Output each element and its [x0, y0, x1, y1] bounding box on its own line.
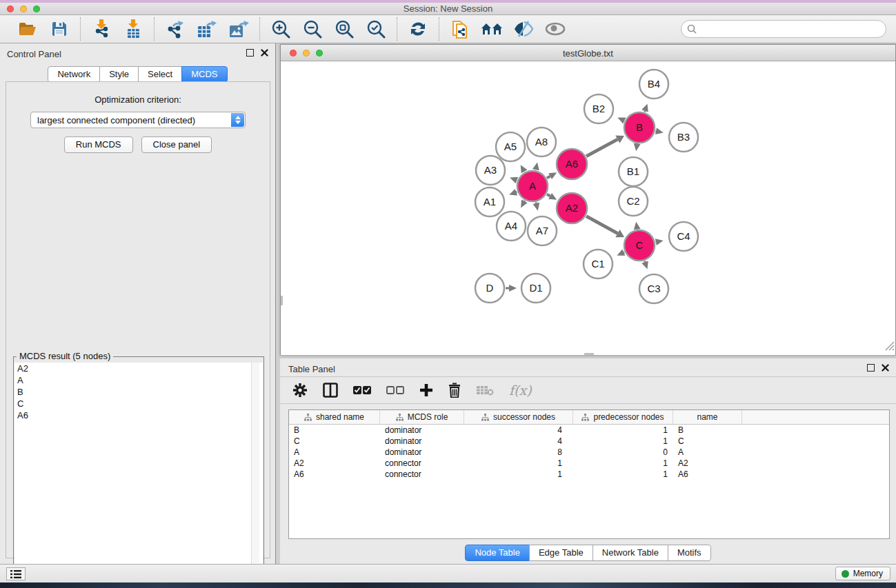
tab-network-table[interactable]: Network Table: [593, 545, 668, 561]
tab-style[interactable]: Style: [99, 66, 139, 83]
table-cell[interactable]: 8: [464, 447, 573, 458]
column-header-name[interactable]: name: [673, 410, 742, 424]
network-graph[interactable]: B4B2BB3A5A8A6A3B1AA1C2A2A4A7C4CC1C3DD1: [281, 61, 895, 355]
result-item[interactable]: B: [14, 386, 263, 398]
result-item[interactable]: C: [14, 398, 263, 409]
table-cell[interactable]: 1: [573, 425, 673, 436]
table-cell[interactable]: 4: [464, 425, 573, 436]
node-B4[interactable]: B4: [639, 70, 668, 99]
export-image-icon[interactable]: [228, 18, 250, 40]
result-item[interactable]: A6: [14, 409, 263, 421]
table-cell[interactable]: 1: [573, 458, 673, 469]
table-cell[interactable]: connector: [380, 458, 464, 469]
tab-select[interactable]: Select: [138, 66, 182, 83]
node-C1[interactable]: C1: [584, 250, 613, 278]
table-cell[interactable]: A2: [289, 458, 380, 469]
table-cell[interactable]: B: [673, 425, 742, 436]
node-A6[interactable]: A6: [557, 149, 587, 179]
zoom-selected-icon[interactable]: [365, 18, 387, 40]
tab-mcds[interactable]: MCDS: [181, 66, 227, 83]
table-cell[interactable]: A: [673, 447, 742, 458]
table-cell[interactable]: C: [673, 436, 742, 447]
node-A3[interactable]: A3: [476, 156, 505, 185]
tab-edge-table[interactable]: Edge Table: [529, 545, 593, 561]
tab-network[interactable]: Network: [48, 66, 100, 83]
float-panel-icon[interactable]: [246, 49, 254, 57]
first-neighbors-icon[interactable]: [481, 18, 503, 40]
import-network-icon[interactable]: [90, 18, 112, 40]
node-C[interactable]: C: [624, 230, 655, 261]
node-B[interactable]: B: [624, 112, 655, 143]
result-item[interactable]: A: [14, 374, 263, 386]
export-network-icon[interactable]: [164, 18, 186, 40]
zoom-fit-icon[interactable]: [333, 18, 355, 40]
node-D1[interactable]: D1: [521, 274, 550, 303]
column-view-icon[interactable]: [323, 383, 338, 398]
zoom-in-icon[interactable]: [270, 18, 292, 40]
resize-grip-icon[interactable]: [884, 340, 895, 354]
tab-motifs[interactable]: Motifs: [668, 545, 711, 561]
vertical-scroll-stub[interactable]: [281, 296, 283, 305]
criterion-dropdown[interactable]: largest connected component (directed): [30, 112, 246, 128]
node-A7[interactable]: A7: [528, 216, 557, 245]
horizontal-scroll-stub[interactable]: [584, 353, 594, 355]
table-cell[interactable]: 0: [573, 447, 673, 458]
table-cell[interactable]: 1: [464, 469, 573, 480]
table-row[interactable]: A2connector11A2: [289, 458, 889, 469]
show-hide-details-icon[interactable]: [512, 18, 535, 40]
table-cell[interactable]: 1: [573, 469, 673, 480]
table-cell[interactable]: dominator: [380, 436, 464, 447]
table-cell[interactable]: C: [289, 436, 380, 447]
table-cell[interactable]: B: [289, 425, 380, 436]
table-row[interactable]: Bdominator41B: [289, 425, 889, 436]
edge-A2-C[interactable]: [586, 216, 617, 234]
close-panel-button[interactable]: Close panel: [141, 136, 212, 153]
node-A2[interactable]: A2: [557, 193, 587, 223]
node-C2[interactable]: C2: [619, 187, 648, 216]
column-header-predecessor-nodes[interactable]: predecessor nodes: [573, 410, 673, 424]
node-A[interactable]: A: [517, 171, 548, 201]
select-all-icon[interactable]: [353, 385, 371, 395]
new-network-from-selection-icon[interactable]: [449, 18, 471, 40]
table-cell[interactable]: A2: [673, 458, 742, 469]
table-cell[interactable]: A6: [673, 469, 742, 480]
delete-column-icon[interactable]: [448, 383, 461, 398]
edge-A-A6[interactable]: [547, 176, 550, 179]
column-header-successor-nodes[interactable]: successor nodes: [464, 410, 573, 424]
table-row[interactable]: Cdominator41C: [289, 436, 889, 447]
network-window-titlebar[interactable]: testGlobe.txt: [281, 45, 895, 61]
table-row[interactable]: Adominator80A: [289, 447, 889, 458]
import-table-icon[interactable]: [122, 18, 144, 40]
node-C4[interactable]: C4: [669, 222, 698, 251]
table-row[interactable]: A6connector11A6: [289, 469, 889, 480]
add-column-icon[interactable]: [419, 383, 433, 397]
node-C3[interactable]: C3: [639, 274, 668, 303]
run-mcds-button[interactable]: Run MCDS: [64, 136, 133, 153]
table-cell[interactable]: connector: [380, 469, 464, 480]
search-input[interactable]: [681, 20, 886, 38]
node-A4[interactable]: A4: [497, 212, 526, 241]
close-table-panel-icon[interactable]: [882, 364, 889, 372]
column-header-shared-name[interactable]: shared name: [289, 410, 380, 424]
zoom-out-icon[interactable]: [301, 18, 323, 40]
table-cell[interactable]: 4: [464, 436, 573, 447]
deselect-all-icon[interactable]: [386, 385, 404, 395]
settings-icon[interactable]: [292, 383, 308, 398]
result-list-scrollbar[interactable]: [251, 363, 259, 588]
edge-A-A2[interactable]: [547, 194, 550, 196]
memory-button[interactable]: Memory: [835, 567, 890, 580]
mcds-result-list[interactable]: A2ABCA6: [14, 363, 263, 588]
table-cell[interactable]: 1: [464, 458, 573, 469]
node-A1[interactable]: A1: [475, 187, 504, 216]
table-cell[interactable]: A6: [289, 469, 380, 480]
column-header-MCDS-role[interactable]: MCDS role: [380, 410, 464, 424]
table-cell[interactable]: dominator: [380, 425, 464, 436]
close-panel-icon[interactable]: [261, 49, 268, 57]
node-B3[interactable]: B3: [669, 123, 698, 152]
table-cell[interactable]: 1: [573, 436, 673, 447]
node-B2[interactable]: B2: [584, 94, 613, 123]
result-item[interactable]: A2: [14, 363, 263, 374]
export-table-icon[interactable]: [196, 18, 218, 40]
node-D[interactable]: D: [475, 274, 504, 303]
float-table-panel-icon[interactable]: [867, 364, 875, 372]
